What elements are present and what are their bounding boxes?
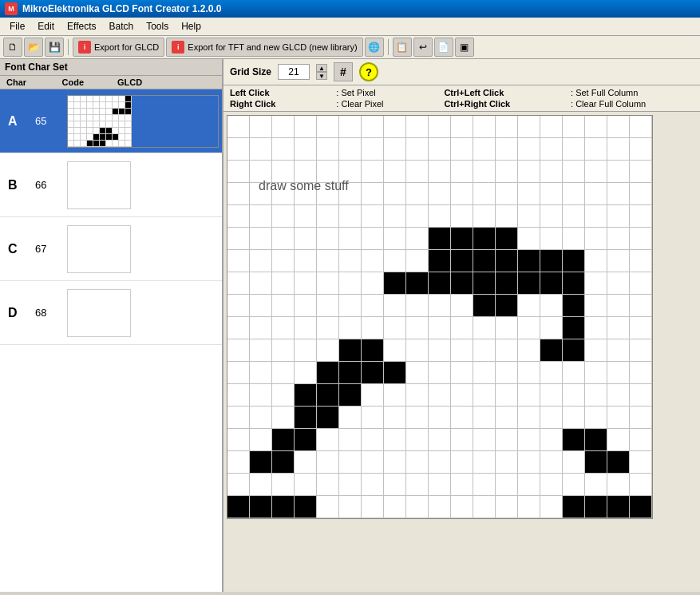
pixel-cell[interactable] [295, 228, 317, 250]
export-tft-button[interactable]: i Export for TFT and new GLCD (new libra… [166, 38, 362, 57]
pixel-cell[interactable] [540, 183, 563, 205]
pixel-cell[interactable] [585, 339, 607, 362]
pixel-cell[interactable] [227, 496, 250, 518]
pixel-cell[interactable] [362, 116, 384, 138]
pixel-cell[interactable] [607, 228, 630, 250]
pixel-cell[interactable] [585, 272, 607, 295]
pixel-cell[interactable] [473, 205, 496, 228]
pixel-cell[interactable] [429, 474, 451, 496]
pixel-cell[interactable] [607, 183, 630, 205]
pixel-cell[interactable] [563, 474, 585, 496]
pixel-cell[interactable] [362, 250, 384, 272]
pixel-cell[interactable] [429, 161, 451, 183]
pixel-cell[interactable] [272, 250, 295, 272]
pixel-cell[interactable] [250, 429, 272, 451]
pixel-cell[interactable] [473, 116, 496, 138]
export-glcd-button[interactable]: i Export for GLCD [73, 38, 164, 57]
pixel-cell[interactable] [339, 250, 362, 272]
help-button[interactable]: ? [359, 62, 378, 81]
pixel-cell[interactable] [272, 429, 295, 451]
pixel-cell[interactable] [607, 272, 630, 295]
pixel-cell[interactable] [339, 362, 362, 384]
pixel-cell[interactable] [518, 250, 540, 272]
pixel-cell[interactable] [339, 161, 362, 183]
pixel-cell[interactable] [496, 250, 518, 272]
pixel-cell[interactable] [518, 451, 540, 474]
pixel-cell[interactable] [250, 295, 272, 317]
pixel-cell[interactable] [451, 339, 473, 362]
pixel-cell[interactable] [295, 339, 317, 362]
pixel-cell[interactable] [295, 407, 317, 429]
pixel-cell[interactable] [362, 362, 384, 384]
pixel-cell[interactable] [496, 384, 518, 407]
pixel-cell[interactable] [585, 451, 607, 474]
pixel-cell[interactable] [563, 496, 585, 518]
pixel-cell[interactable] [317, 116, 339, 138]
pixel-cell[interactable] [317, 339, 339, 362]
pixel-cell[interactable] [630, 138, 652, 161]
pixel-cell[interactable] [585, 161, 607, 183]
pixel-cell[interactable] [295, 496, 317, 518]
pixel-cell[interactable] [429, 183, 451, 205]
pixel-cell[interactable] [518, 474, 540, 496]
pixel-cell[interactable] [384, 384, 406, 407]
pixel-cell[interactable] [317, 183, 339, 205]
pixel-cell[interactable] [317, 451, 339, 474]
pixel-cell[interactable] [272, 272, 295, 295]
pixel-cell[interactable] [451, 228, 473, 250]
pixel-cell[interactable] [563, 362, 585, 384]
pixel-cell[interactable] [272, 451, 295, 474]
pixel-cell[interactable] [295, 451, 317, 474]
pixel-cell[interactable] [272, 138, 295, 161]
pixel-grid[interactable] [227, 115, 653, 519]
open-button[interactable]: 📂 [24, 38, 43, 57]
pixel-cell[interactable] [429, 205, 451, 228]
pixel-cell[interactable] [384, 496, 406, 518]
pixel-cell[interactable] [406, 183, 429, 205]
pixel-cell[interactable] [429, 339, 451, 362]
pixel-cell[interactable] [227, 429, 250, 451]
pixel-cell[interactable] [406, 496, 429, 518]
pixel-cell[interactable] [384, 228, 406, 250]
pixel-cell[interactable] [384, 250, 406, 272]
pixel-cell[interactable] [317, 161, 339, 183]
pixel-cell[interactable] [227, 116, 250, 138]
pixel-cell[interactable] [362, 474, 384, 496]
pixel-cell[interactable] [540, 250, 563, 272]
pixel-cell[interactable] [250, 138, 272, 161]
pixel-cell[interactable] [451, 183, 473, 205]
pixel-cell[interactable] [451, 429, 473, 451]
pixel-cell[interactable] [607, 295, 630, 317]
pixel-cell[interactable] [451, 161, 473, 183]
pixel-cell[interactable] [518, 138, 540, 161]
pixel-cell[interactable] [339, 228, 362, 250]
pixel-cell[interactable] [384, 295, 406, 317]
pixel-cell[interactable] [317, 407, 339, 429]
pixel-cell[interactable] [384, 451, 406, 474]
pixel-cell[interactable] [339, 295, 362, 317]
menu-tools[interactable]: Tools [140, 19, 175, 34]
pixel-cell[interactable] [563, 228, 585, 250]
pixel-cell[interactable] [563, 429, 585, 451]
pixel-cell[interactable] [630, 362, 652, 384]
pixel-cell[interactable] [429, 496, 451, 518]
pixel-cell[interactable] [429, 317, 451, 339]
pixel-cell[interactable] [250, 339, 272, 362]
pixel-cell[interactable] [496, 451, 518, 474]
new-button[interactable]: 🗋 [3, 38, 22, 57]
pixel-cell[interactable] [585, 429, 607, 451]
pixel-cell[interactable] [384, 205, 406, 228]
pixel-cell[interactable] [540, 362, 563, 384]
spinner-down[interactable]: ▼ [316, 72, 327, 80]
pixel-cell[interactable] [563, 339, 585, 362]
pixel-cell[interactable] [429, 295, 451, 317]
pixel-cell[interactable] [362, 183, 384, 205]
pixel-cell[interactable] [317, 384, 339, 407]
pixel-cell[interactable] [585, 317, 607, 339]
pixel-cell[interactable] [630, 339, 652, 362]
pixel-cell[interactable] [540, 429, 563, 451]
pixel-cell[interactable] [406, 451, 429, 474]
pixel-cell[interactable] [317, 272, 339, 295]
pixel-cell[interactable] [429, 384, 451, 407]
charset-item[interactable]: B66 [0, 153, 222, 217]
